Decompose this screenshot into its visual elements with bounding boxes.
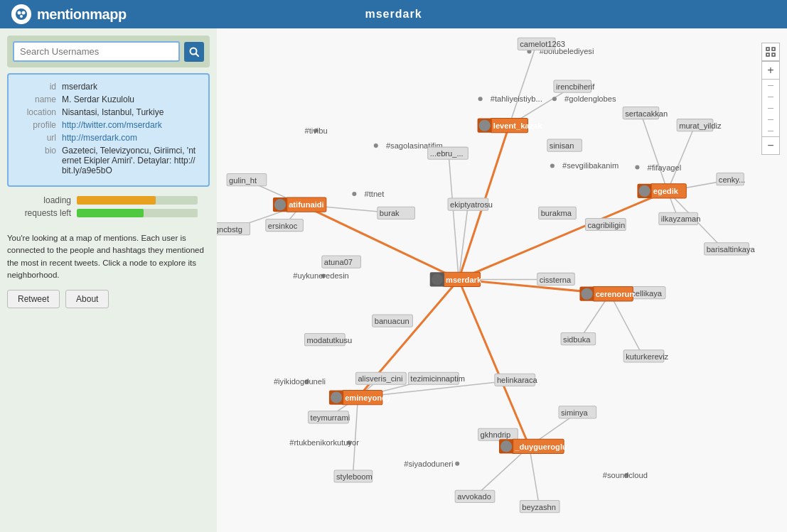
svg-text:ilkayzaman: ilkayzaman — [661, 215, 701, 223]
logo-area: mentionmapp — [11, 4, 127, 24]
svg-point-2 — [22, 11, 26, 15]
svg-text:#iyikidogduneli: #iyikidogduneli — [274, 377, 326, 386]
svg-line-21 — [641, 114, 667, 191]
profile-card: id mserdark name M. Serdar Kuzulolu loca… — [7, 73, 210, 187]
svg-text:avvokado: avvokado — [457, 492, 491, 501]
svg-point-55 — [635, 165, 639, 169]
zoom-in-button[interactable]: + — [761, 61, 780, 80]
center-title: mserdark — [365, 8, 422, 21]
svg-point-47 — [552, 97, 557, 101]
bio-label: bio — [17, 146, 56, 175]
svg-text:alisveris_cini: alisveris_cini — [358, 374, 402, 383]
svg-text:sertacakkan: sertacakkan — [625, 109, 668, 118]
profile-label: profile — [17, 120, 56, 130]
svg-rect-9 — [772, 53, 775, 56]
svg-text:beyzashn: beyzashn — [522, 503, 556, 511]
zoom-slider — [761, 80, 780, 136]
name-label: name — [17, 94, 56, 104]
id-label: id — [17, 82, 56, 92]
about-button[interactable]: About — [65, 290, 109, 308]
svg-text:levent_kazak: levent_kazak — [493, 121, 542, 130]
svg-text:sinisan: sinisan — [550, 141, 574, 150]
svg-text:#soundcloud: #soundcloud — [603, 471, 648, 479]
svg-point-159 — [432, 273, 443, 285]
svg-point-139 — [638, 185, 650, 197]
svg-point-147 — [274, 199, 286, 210]
url-link[interactable]: http://mserdark.com — [62, 133, 200, 143]
svg-text:cissterna: cissterna — [540, 276, 572, 284]
svg-text:cellikaya: cellikaya — [631, 289, 662, 298]
retweet-button[interactable]: Retweet — [7, 290, 60, 308]
svg-text:kuturkereviz: kuturkereviz — [626, 352, 668, 361]
profile-bio-row: bio Gazeteci, Televizyoncu, Giriimci, 'n… — [17, 146, 200, 175]
svg-text:ersinkoc: ersinkoc — [268, 222, 298, 230]
svg-point-63 — [455, 462, 459, 466]
svg-point-143 — [581, 288, 592, 300]
svg-text:emineyoney: emineyoney — [345, 393, 391, 402]
search-input[interactable] — [13, 41, 180, 62]
svg-rect-6 — [766, 48, 769, 50]
location-label: location — [17, 107, 56, 117]
svg-text:#fifayagel: #fifayagel — [648, 163, 682, 172]
svg-text:helinkaraca: helinkaraca — [497, 376, 538, 384]
svg-text:modatutkusu: modatutkusu — [307, 336, 353, 344]
zoom-out-button[interactable]: − — [761, 136, 780, 155]
id-value: mserdark — [62, 82, 200, 92]
svg-point-135 — [479, 120, 491, 131]
svg-line-5 — [196, 53, 199, 56]
zoom-controls: + − — [761, 43, 780, 155]
logo-text: mentionmapp — [37, 6, 127, 23]
svg-text:ekiptyatrosu: ekiptyatrosu — [450, 200, 493, 209]
svg-text:#sevgilibakanim: #sevgilibakanim — [562, 162, 619, 170]
requests-label: requests left — [7, 208, 71, 218]
svg-text:teymurrami: teymurrami — [311, 413, 350, 422]
svg-rect-8 — [766, 53, 769, 56]
left-panel: id mserdark name M. Serdar Kuzulolu loca… — [0, 28, 217, 532]
search-box — [7, 36, 210, 67]
svg-text:#siyadoduneri: #siyadoduneri — [404, 460, 453, 468]
search-button[interactable] — [184, 42, 204, 62]
svg-line-40 — [529, 446, 539, 506]
svg-text:camelot1263: camelot1263 — [520, 40, 565, 48]
loading-row: loading — [7, 195, 210, 205]
buttons-area: Retweet About — [7, 290, 210, 308]
svg-text:siminya: siminya — [561, 408, 589, 417]
svg-point-57 — [352, 192, 356, 196]
fullscreen-button[interactable] — [761, 43, 780, 61]
svg-text:mserdark: mserdark — [446, 276, 482, 284]
svg-text:tezimicinnaptim: tezimicinnaptim — [410, 374, 465, 383]
svg-text:burakma: burakma — [541, 209, 572, 217]
svg-text:atuna07: atuna07 — [324, 258, 353, 266]
svg-text:gncbstg: gncbstg — [217, 225, 242, 234]
graph-area[interactable]: + − — [217, 28, 787, 532]
svg-text:#tahliyeistiyb...: #tahliyeistiyb... — [491, 94, 542, 103]
graph-svg: #bolubelediyesi #tahliyeistiyb... #golde… — [217, 28, 787, 532]
loading-label: loading — [7, 195, 71, 205]
svg-rect-7 — [772, 48, 775, 50]
svg-text:#ttnet: #ttnet — [365, 190, 385, 198]
svg-text:#rtukbenikorkutuyor: #rtukbenikorkutuyor — [289, 438, 359, 447]
svg-line-18 — [449, 153, 459, 279]
requests-row: requests left — [7, 208, 210, 218]
profile-link[interactable]: http://twitter.com/mserdark — [62, 120, 200, 130]
info-text: You're looking at a map of mentions. Eac… — [7, 229, 210, 284]
svg-text:cagribiligin: cagribiligin — [588, 221, 626, 229]
svg-text:cenky...: cenky... — [719, 175, 746, 184]
svg-text:atifunaidi: atifunaidi — [289, 200, 323, 209]
svg-point-1 — [18, 11, 21, 15]
name-value: M. Serdar Kuzulolu — [62, 94, 200, 104]
profile-id-row: id mserdark — [17, 82, 200, 92]
svg-text:burak: burak — [380, 209, 400, 217]
profile-url-row: url http://mserdark.com — [17, 133, 200, 143]
profile-location-row: location Nisantasi, Istanbul, Turkiye — [17, 107, 200, 117]
svg-text:irencbiherif: irencbiherif — [556, 82, 595, 91]
svg-text:#goldenglobes: #goldenglobes — [564, 94, 616, 103]
svg-point-0 — [16, 9, 27, 20]
profile-profile-row: profile http://twitter.com/mserdark — [17, 120, 200, 130]
svg-text:#tivibu: #tivibu — [304, 126, 327, 135]
logo-icon — [11, 4, 31, 24]
profile-name-row: name M. Serdar Kuzulolu — [17, 94, 200, 104]
svg-text:banuacun: banuacun — [375, 317, 409, 325]
svg-text:#uykuneredesin: #uykuneredesin — [293, 271, 349, 280]
svg-line-28 — [610, 294, 643, 357]
